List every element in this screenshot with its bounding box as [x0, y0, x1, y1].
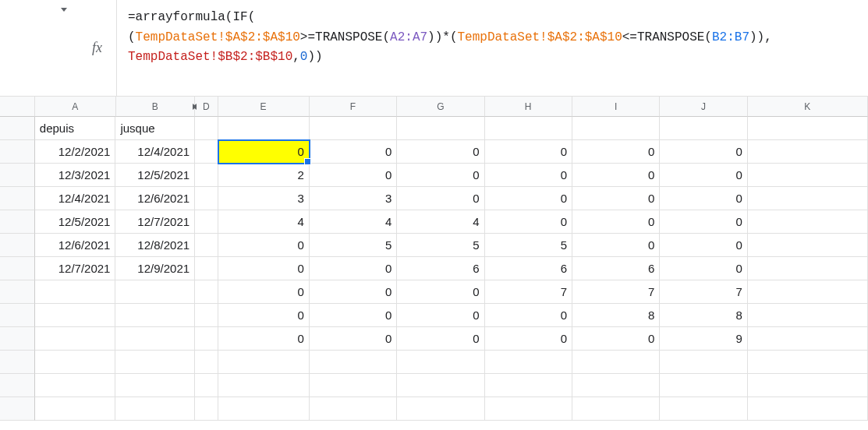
cell[interactable]: 0	[310, 327, 397, 351]
cell[interactable]	[35, 327, 116, 351]
cell[interactable]: 0	[397, 164, 484, 187]
cell[interactable]: 2	[218, 164, 310, 187]
cell[interactable]: 5	[310, 234, 397, 257]
cell[interactable]	[397, 374, 484, 397]
cell[interactable]: 12/6/2021	[35, 234, 116, 257]
row-header[interactable]	[0, 257, 35, 280]
cell[interactable]: 0	[572, 164, 660, 187]
row-header[interactable]	[0, 210, 35, 234]
row-header[interactable]	[0, 164, 35, 187]
row-header[interactable]	[0, 187, 35, 210]
cell[interactable]: 0	[660, 257, 747, 280]
col-header-E[interactable]: E	[218, 97, 310, 117]
cell[interactable]: 0	[572, 234, 660, 257]
col-header-D[interactable]: D	[195, 97, 218, 117]
cell[interactable]	[748, 117, 868, 140]
active-cell[interactable]: 0	[218, 140, 310, 164]
cell[interactable]: 0	[397, 187, 484, 210]
cell[interactable]: 12/3/2021	[35, 164, 116, 187]
cell[interactable]: 4	[397, 210, 484, 234]
cell[interactable]: 0	[572, 187, 660, 210]
cell[interactable]	[572, 374, 660, 397]
row-header[interactable]	[0, 140, 35, 164]
cell[interactable]	[195, 327, 218, 351]
cell[interactable]	[35, 280, 116, 304]
cell[interactable]: 0	[310, 280, 397, 304]
cell[interactable]: 0	[572, 210, 660, 234]
col-header-H[interactable]: H	[485, 97, 572, 117]
col-header-K[interactable]: K	[748, 97, 868, 117]
cell[interactable]	[195, 210, 218, 234]
cell[interactable]: 6	[485, 257, 572, 280]
cell[interactable]: 12/4/2021	[35, 187, 116, 210]
cell[interactable]	[115, 327, 195, 351]
cell[interactable]: 12/4/2021	[115, 140, 195, 164]
cell[interactable]: 0	[485, 187, 572, 210]
cell[interactable]	[485, 397, 572, 421]
cell[interactable]: 12/8/2021	[115, 234, 195, 257]
cell[interactable]: 7	[572, 280, 660, 304]
cell[interactable]: 0	[218, 280, 310, 304]
cell[interactable]: 0	[485, 304, 572, 327]
col-header-I[interactable]: I	[572, 97, 660, 117]
cell[interactable]: 8	[572, 304, 660, 327]
cell[interactable]	[115, 351, 195, 374]
cell[interactable]: 5	[485, 234, 572, 257]
cell-header-A[interactable]: depuis	[35, 117, 116, 140]
cell[interactable]	[115, 374, 195, 397]
cell[interactable]	[748, 187, 868, 210]
cell[interactable]	[660, 117, 747, 140]
col-header-A[interactable]: A	[35, 97, 116, 117]
cell[interactable]	[748, 397, 868, 421]
cell[interactable]: 5	[397, 234, 484, 257]
cell[interactable]	[310, 374, 397, 397]
cell[interactable]	[195, 234, 218, 257]
cell[interactable]: 12/5/2021	[35, 210, 116, 234]
cell[interactable]: 3	[218, 187, 310, 210]
cell[interactable]	[397, 117, 484, 140]
select-all-corner[interactable]	[0, 97, 35, 117]
cell[interactable]: 0	[218, 257, 310, 280]
cell[interactable]	[195, 187, 218, 210]
cell[interactable]	[748, 374, 868, 397]
cell[interactable]: 0	[660, 234, 747, 257]
col-header-G[interactable]: G	[397, 97, 484, 117]
cell[interactable]	[218, 351, 310, 374]
cell[interactable]: 0	[485, 164, 572, 187]
cell[interactable]	[397, 397, 484, 421]
row-header[interactable]	[0, 397, 35, 421]
cell[interactable]	[195, 397, 218, 421]
cell[interactable]: 0	[572, 140, 660, 164]
cell[interactable]	[218, 397, 310, 421]
cell[interactable]: 0	[310, 304, 397, 327]
cell[interactable]	[572, 397, 660, 421]
cell[interactable]: 0	[660, 210, 747, 234]
cell[interactable]: 0	[218, 304, 310, 327]
cell[interactable]	[748, 280, 868, 304]
cell[interactable]: 12/7/2021	[35, 257, 116, 280]
cell[interactable]: 7	[660, 280, 747, 304]
cell[interactable]	[115, 280, 195, 304]
formula-input[interactable]: =arrayformula(IF((TempDataSet!$A$2:$A$10…	[117, 0, 868, 96]
cell[interactable]	[115, 304, 195, 327]
cell[interactable]: 0	[218, 327, 310, 351]
cell[interactable]: 9	[660, 327, 747, 351]
cell[interactable]	[195, 117, 218, 140]
cell[interactable]: 0	[310, 164, 397, 187]
cell[interactable]: 0	[660, 164, 747, 187]
cell[interactable]	[397, 351, 484, 374]
cell[interactable]	[35, 374, 116, 397]
cell[interactable]	[310, 351, 397, 374]
cell[interactable]	[748, 351, 868, 374]
cell[interactable]	[35, 351, 116, 374]
cell[interactable]	[485, 351, 572, 374]
cell[interactable]: 12/6/2021	[115, 187, 195, 210]
cell[interactable]: 0	[485, 327, 572, 351]
cell[interactable]	[195, 164, 218, 187]
cell[interactable]: 0	[310, 140, 397, 164]
cell[interactable]: 6	[572, 257, 660, 280]
cell[interactable]	[748, 257, 868, 280]
cell[interactable]: 8	[660, 304, 747, 327]
row-header[interactable]	[0, 327, 35, 351]
cell[interactable]	[748, 210, 868, 234]
